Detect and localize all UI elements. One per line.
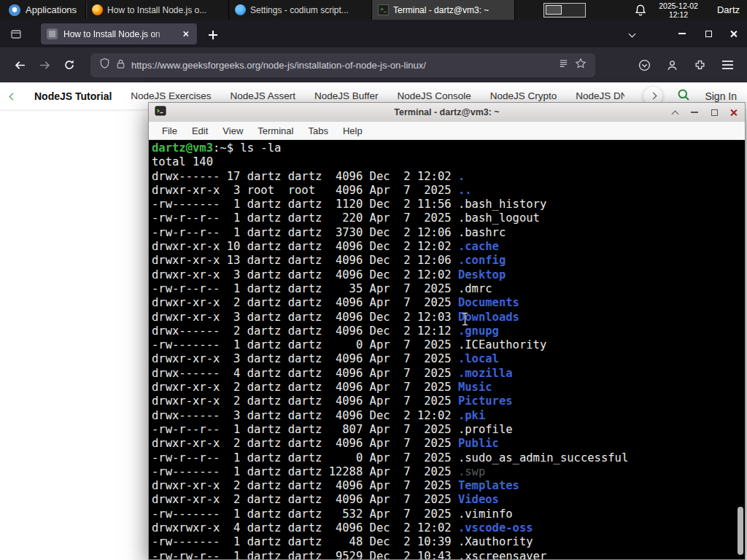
sign-in-button[interactable]: Sign In bbox=[705, 90, 737, 102]
terminal-menu-item[interactable]: Help bbox=[336, 125, 370, 136]
file-row: drwxr-xr-x 2 dartz dartz 4096 Apr 7 2025… bbox=[152, 381, 743, 394]
file-row: drwx------ 17 dartz dartz 4096 Dec 2 12:… bbox=[152, 170, 743, 184]
window-button-icon bbox=[92, 4, 103, 15]
lock-icon[interactable] bbox=[116, 58, 125, 72]
maximize-icon bbox=[705, 31, 712, 37]
reader-mode-icon[interactable] bbox=[558, 58, 569, 72]
applications-menu[interactable]: Applications bbox=[0, 0, 85, 20]
file-meta: -rw------- 1 dartz dartz 1120 Dec 2 11:5… bbox=[152, 198, 458, 211]
workspace-switcher[interactable] bbox=[543, 3, 586, 18]
window-button[interactable]: Terminal - dartz@vm3: ~ bbox=[372, 0, 515, 20]
window-button[interactable]: Settings - codium script... bbox=[229, 0, 372, 20]
terminal-shade-button[interactable] bbox=[670, 107, 680, 117]
url-bar[interactable]: https://www.geeksforgeeks.org/node-js/in… bbox=[90, 53, 595, 77]
file-row: drwxr-xr-x 2 dartz dartz 4096 Apr 7 2025… bbox=[152, 479, 743, 493]
list-all-tabs-button[interactable] bbox=[622, 26, 641, 44]
terminal-menu-item[interactable]: Terminal bbox=[250, 125, 301, 136]
browser-tab[interactable]: How to Install Node.js on bbox=[41, 23, 197, 44]
file-meta: drwxr-xr-x 2 dartz dartz 4096 Apr 7 2025 bbox=[152, 479, 458, 492]
file-row: drwxr-xr-x 2 dartz dartz 4096 Apr 7 2025… bbox=[152, 394, 743, 408]
file-row: drwxr-xr-x 13 dartz dartz 4096 Dec 2 12:… bbox=[152, 254, 743, 268]
user-menu[interactable]: Dartz bbox=[717, 4, 740, 15]
file-row: drwxr-xr-x 2 dartz dartz 4096 Apr 7 2025… bbox=[152, 493, 743, 507]
minimize-icon bbox=[678, 33, 686, 34]
file-row: drwxr-xr-x 3 dartz dartz 4096 Dec 2 12:0… bbox=[152, 268, 743, 282]
notification-bell-icon[interactable] bbox=[634, 4, 647, 17]
file-meta: -rw------- 1 dartz dartz 12288 Apr 7 202… bbox=[152, 465, 458, 478]
terminal-title-bar[interactable]: Terminal - dartz@vm3: ~ bbox=[149, 103, 745, 122]
file-meta: -rw-r--r-- 1 dartz dartz 807 Apr 7 2025 bbox=[152, 423, 458, 436]
site-nav-links: NodeJS Exercises NodeJS Assert NodeJS Bu… bbox=[131, 90, 624, 101]
terminal-close-button[interactable] bbox=[729, 107, 739, 117]
file-meta: drwxr-xr-x 13 dartz dartz 4096 Dec 2 12:… bbox=[152, 254, 458, 267]
file-meta: -rw-r--r-- 1 dartz dartz 220 Apr 7 2025 bbox=[152, 211, 458, 225]
search-icon[interactable] bbox=[677, 88, 690, 104]
terminal-menu-item[interactable]: Edit bbox=[185, 125, 215, 136]
forward-button[interactable] bbox=[32, 52, 57, 77]
window-button-list: How to Install Node.js o... Settings - c… bbox=[86, 0, 515, 20]
file-meta: drwx------ 3 dartz dartz 4096 Dec 2 12:0… bbox=[152, 409, 458, 422]
file-meta: drwxr-xr-x 3 dartz dartz 4096 Dec 2 12:0… bbox=[152, 311, 458, 324]
file-meta: drwx------ 2 dartz dartz 4096 Dec 2 12:1… bbox=[152, 324, 458, 338]
window-minimize-button[interactable] bbox=[672, 25, 692, 42]
site-nav-active-link[interactable]: NodeJS Tutorial bbox=[34, 90, 112, 102]
file-row: -rw-rw-r-- 1 dartz dartz 9529 Dec 2 10:4… bbox=[152, 550, 743, 559]
new-tab-button[interactable] bbox=[204, 26, 222, 44]
site-nav-link[interactable]: NodeJS Assert bbox=[231, 90, 295, 101]
site-nav-link[interactable]: NodeJS Crypto bbox=[490, 90, 557, 101]
workspace-window-thumb bbox=[546, 5, 562, 15]
file-row: drwxr-xr-x 2 dartz dartz 4096 Apr 7 2025… bbox=[152, 437, 743, 451]
bookmark-star-icon[interactable] bbox=[575, 58, 587, 72]
file-name: .local bbox=[458, 352, 499, 365]
reload-button[interactable] bbox=[57, 52, 82, 77]
window-button[interactable]: How to Install Node.js o... bbox=[86, 0, 229, 20]
file-name: .Xauthority bbox=[458, 535, 533, 548]
file-name: Public bbox=[458, 437, 499, 450]
window-close-button[interactable] bbox=[724, 25, 744, 42]
terminal-menu-item[interactable]: View bbox=[215, 125, 250, 136]
file-meta: drwx------ 17 dartz dartz 4096 Dec 2 12:… bbox=[152, 170, 458, 183]
total-line: total 140 bbox=[152, 155, 743, 169]
prompt-user-host: dartz@vm3 bbox=[152, 141, 213, 155]
url-text[interactable]: https://www.geeksforgeeks.org/node-js/in… bbox=[131, 60, 552, 71]
file-meta: -rw-r--r-- 1 dartz dartz 0 Apr 7 2025 bbox=[152, 451, 458, 464]
tracking-shield-icon[interactable] bbox=[99, 58, 110, 72]
site-nav-link[interactable]: NodeJS DNS bbox=[576, 90, 624, 101]
chevron-down-icon bbox=[628, 30, 635, 37]
file-meta: drwx------ 4 dartz dartz 4096 Apr 7 2025 bbox=[152, 367, 458, 380]
extensions-icon[interactable] bbox=[687, 52, 712, 77]
maximize-icon bbox=[711, 109, 718, 116]
window-button-label: Terminal - dartz@vm3: ~ bbox=[393, 5, 489, 15]
terminal-maximize-button[interactable] bbox=[709, 107, 719, 117]
clock-date: 2025-12-02 bbox=[659, 1, 698, 10]
terminal-menu-item[interactable]: Tabs bbox=[301, 125, 335, 136]
account-icon[interactable] bbox=[659, 52, 684, 77]
file-name: . bbox=[458, 170, 465, 183]
pocket-icon[interactable] bbox=[632, 52, 657, 77]
terminal-window: Terminal - dartz@vm3: ~ File Edit View T… bbox=[148, 102, 746, 560]
site-nav-link[interactable]: NodeJS Console bbox=[397, 90, 471, 101]
file-row: drwxr-xr-x 3 dartz dartz 4096 Apr 7 2025… bbox=[152, 352, 743, 366]
file-row: drwxr-xr-x 2 dartz dartz 4096 Apr 7 2025… bbox=[152, 296, 743, 310]
prompt-separator: :~$ bbox=[213, 141, 240, 155]
file-meta: drwxr-xr-x 3 dartz dartz 4096 Apr 7 2025 bbox=[152, 352, 458, 365]
menu-button[interactable] bbox=[715, 52, 740, 77]
terminal-menu-item[interactable]: File bbox=[155, 125, 185, 136]
file-name: .mozilla bbox=[458, 367, 513, 380]
terminal-output[interactable]: dartz@vm3:~$ ls -la total 140 drwx------… bbox=[149, 140, 745, 559]
terminal-menu-bar: File Edit View Terminal Tabs Help bbox=[149, 122, 745, 140]
file-name: .bashrc bbox=[458, 226, 506, 239]
terminal-minimize-button[interactable] bbox=[689, 107, 700, 117]
clock[interactable]: 2025-12-02 12:12 bbox=[659, 1, 698, 19]
tab-close-icon[interactable] bbox=[179, 28, 191, 40]
window-maximize-button[interactable] bbox=[698, 25, 719, 42]
window-button-label: How to Install Node.js o... bbox=[107, 5, 206, 15]
site-nav-link[interactable]: NodeJS Exercises bbox=[131, 90, 211, 101]
file-meta: drwxr-xr-x 10 dartz dartz 4096 Dec 2 12:… bbox=[152, 240, 458, 253]
terminal-scrollbar-thumb[interactable] bbox=[738, 507, 743, 555]
site-nav-link[interactable]: NodeJS Buffer bbox=[314, 90, 379, 101]
back-button[interactable] bbox=[7, 52, 32, 77]
tab-title: How to Install Node.js on bbox=[63, 29, 174, 39]
firefox-view-icon[interactable] bbox=[7, 26, 25, 43]
scroll-left-button[interactable] bbox=[10, 90, 15, 101]
